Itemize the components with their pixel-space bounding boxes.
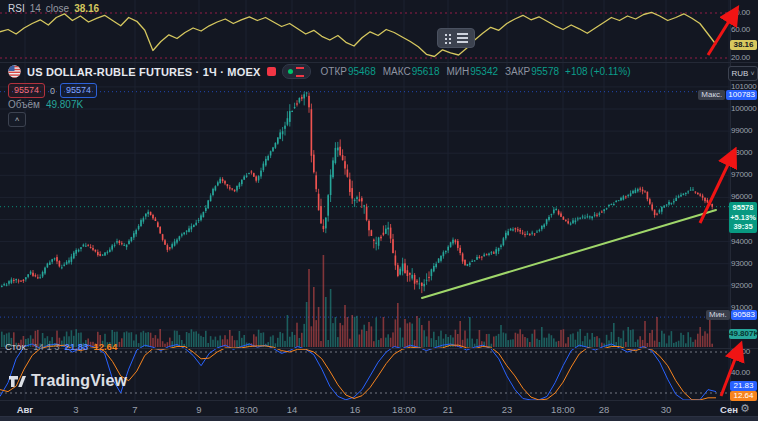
volume-axis-badge: 49.807K bbox=[729, 329, 757, 339]
low-value: 95342 bbox=[470, 66, 498, 77]
open-value: 95468 bbox=[348, 66, 376, 77]
rsi-axis-label: 80.00 bbox=[731, 8, 758, 17]
bottom-toolbar-edge bbox=[0, 416, 758, 421]
position-tool-row: 95574 0 95574 bbox=[8, 83, 97, 98]
rsi-params: 14 bbox=[30, 3, 41, 14]
stoch-k-badge: 21.83 bbox=[730, 381, 757, 391]
stoch-d-badge: 12.64 bbox=[730, 391, 757, 401]
pane-divider-rsi[interactable] bbox=[0, 62, 758, 63]
position-target-chip[interactable]: 95574 bbox=[60, 83, 97, 98]
chevron-down-icon: ˅ bbox=[750, 70, 754, 77]
time-axis-label[interactable]: Сен bbox=[720, 404, 738, 415]
rsi-name: RSI bbox=[8, 3, 25, 14]
price-axis-label: 93000 bbox=[731, 259, 758, 268]
last-price: 95578 bbox=[729, 203, 757, 213]
close-label: ЗАКР bbox=[505, 66, 530, 77]
last-change-pct: +5.13% bbox=[729, 213, 757, 223]
tradingview-chart-window: RSI 14 close 38.16 US DOLLAR-RUBLE FUTUR… bbox=[0, 0, 758, 421]
collapse-pane-button[interactable]: ˄ bbox=[8, 112, 26, 127]
position-pnl: 0 bbox=[50, 86, 55, 96]
drag-handle-icon[interactable] bbox=[444, 33, 451, 44]
watermark-text: TradingView bbox=[31, 372, 127, 390]
time-axis-label[interactable]: Авг bbox=[17, 404, 34, 415]
notification-bars-icon bbox=[296, 67, 304, 77]
high-marker: Макс. 100783 bbox=[698, 90, 757, 100]
price-axis-label: 100000 bbox=[731, 104, 758, 113]
time-axis-label[interactable]: 18:00 bbox=[551, 404, 575, 415]
time-axis-label[interactable]: 28 bbox=[599, 404, 610, 415]
price-axis-label: 98000 bbox=[731, 148, 758, 157]
stoch-legend[interactable]: Сток. 14 1 3 21.83 12.64 bbox=[5, 341, 117, 352]
ohlc-readout: ОТКР95468 МАКС95618 МИН95342 ЗАКР95578 bbox=[321, 66, 560, 77]
timezone-settings-gear-icon[interactable]: ⚙ bbox=[740, 402, 750, 415]
time-axis-label[interactable]: 21 bbox=[443, 404, 454, 415]
stoch-params: 14 1 3 bbox=[33, 341, 59, 352]
price-axis-label: 96000 bbox=[731, 192, 758, 201]
high-value: 95618 bbox=[412, 66, 440, 77]
position-entry-chip[interactable]: 95574 bbox=[8, 83, 45, 98]
change-readout: +108 (+0.11%) bbox=[565, 66, 630, 77]
rsi-value: 38.16 bbox=[74, 3, 99, 14]
high-prefix: Макс. bbox=[698, 90, 725, 100]
volume-value: 49.807K bbox=[46, 99, 83, 110]
tradingview-watermark: TradingView bbox=[8, 372, 127, 390]
price-axis-label: 99000 bbox=[731, 126, 758, 135]
time-axis-label[interactable]: 7 bbox=[132, 404, 137, 415]
time-axis-label[interactable]: 23 bbox=[502, 404, 513, 415]
low-marker: Мин. 90583 bbox=[706, 310, 757, 320]
low-prefix: Мин. bbox=[706, 310, 730, 320]
high-badge: 100783 bbox=[726, 90, 757, 100]
symbol-header: US DOLLAR-RUBLE FUTURES · 1Ч · MOEX ОТКР… bbox=[8, 64, 630, 79]
time-axis-label[interactable]: 30 bbox=[661, 404, 672, 415]
tradingview-logo-icon bbox=[8, 374, 26, 389]
symbol-title[interactable]: US DOLLAR-RUBLE FUTURES · 1Ч · MOEX bbox=[27, 66, 261, 78]
close-value: 95578 bbox=[531, 66, 559, 77]
bar-countdown: 39:35 bbox=[729, 222, 757, 232]
low-badge: 90583 bbox=[731, 310, 757, 320]
volume-label: Объём bbox=[8, 99, 40, 110]
stoch-axis-label: 80.00 bbox=[731, 347, 758, 356]
price-axis-label: 97000 bbox=[731, 170, 758, 179]
open-label: ОТКР bbox=[321, 66, 347, 77]
time-axis-label[interactable]: 3 bbox=[73, 404, 78, 415]
broker-logo-icon[interactable] bbox=[267, 67, 276, 76]
stoch-axis-label: 40.00 bbox=[731, 368, 758, 377]
time-axis-label[interactable]: 18:00 bbox=[392, 404, 416, 415]
rsi-axis-badge: 38.16 bbox=[730, 40, 757, 50]
rsi-legend[interactable]: RSI 14 close 38.16 bbox=[8, 3, 99, 14]
pane-menu-icon[interactable] bbox=[457, 33, 468, 43]
currency-selector[interactable]: RUB ˅ bbox=[728, 66, 758, 81]
high-label: МАКС bbox=[383, 66, 411, 77]
market-status-indicator[interactable] bbox=[282, 64, 311, 79]
currency-label: RUB bbox=[732, 69, 749, 78]
last-price-badge: 95578 +5.13% 39:35 bbox=[729, 202, 757, 233]
us-flag-icon bbox=[8, 65, 21, 78]
volume-legend[interactable]: Объём 49.807K bbox=[8, 99, 83, 110]
stoch-d-value: 12.64 bbox=[93, 341, 117, 352]
time-axis-label[interactable]: 16 bbox=[350, 404, 361, 415]
low-label: МИН bbox=[446, 66, 469, 77]
price-axis-label: 94000 bbox=[731, 237, 758, 246]
pane-controls-widget[interactable] bbox=[437, 28, 475, 48]
rsi-source: close bbox=[46, 3, 69, 14]
stoch-k-value: 21.83 bbox=[65, 341, 89, 352]
pane-divider-timeaxis bbox=[0, 400, 758, 401]
time-axis-label[interactable]: 14 bbox=[287, 404, 298, 415]
rsi-axis-label: 20.00 bbox=[731, 53, 758, 62]
price-axis-label: 92000 bbox=[731, 281, 758, 290]
stoch-name: Сток. bbox=[5, 341, 28, 352]
time-axis-label[interactable]: 18:00 bbox=[234, 404, 258, 415]
time-axis-label[interactable]: 9 bbox=[196, 404, 201, 415]
market-open-dot-icon bbox=[288, 69, 293, 74]
rsi-axis-label: 60.00 bbox=[731, 25, 758, 34]
